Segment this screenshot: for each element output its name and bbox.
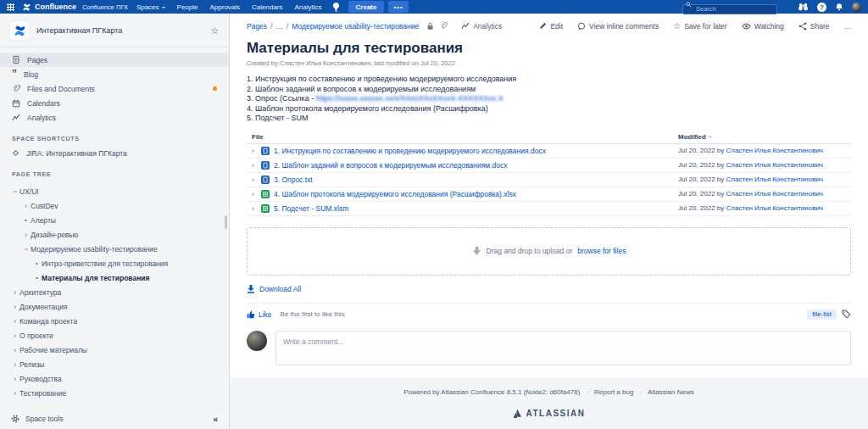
create-button[interactable]: Create — [348, 1, 385, 13]
page-tree-item-о-проекте[interactable]: ›О проекте — [0, 328, 229, 343]
sidebar-item-pages[interactable]: Pages — [0, 53, 229, 67]
like-button[interactable]: Like — [247, 310, 272, 319]
chevron-expanded-icon[interactable]: › — [11, 187, 19, 196]
topnav-item-analytics[interactable]: Analytics — [295, 3, 322, 11]
collapse-sidebar-button[interactable]: « — [213, 415, 218, 424]
expand-row-icon[interactable]: › — [252, 161, 260, 170]
attachments-paperclip-icon[interactable] — [440, 22, 448, 31]
favourite-star-icon[interactable]: ☆ — [210, 25, 219, 36]
app-switcher-icon[interactable] — [7, 3, 14, 11]
notifications-bell-icon[interactable] — [835, 3, 843, 12]
page-tree-item-ux-ui[interactable]: ›UX/UI — [0, 184, 229, 198]
chevron-expanded-icon[interactable]: › — [22, 244, 31, 254]
file-link[interactable]: 3. Опрос.txt — [274, 176, 678, 184]
upload-dropzone[interactable]: Drag and drop to upload or browse for fi… — [247, 227, 851, 276]
page-analytics-button[interactable]: Analytics — [461, 22, 502, 31]
jira-icon — [12, 149, 19, 157]
view-inline-comments-button[interactable]: View inline comments — [577, 22, 659, 31]
page-tree-item-материалы-для-тестирования[interactable]: •Материалы для тестирования — [0, 270, 229, 285]
page-tree-item-алерты[interactable]: •Алерты — [0, 213, 229, 227]
file-link[interactable]: 4. Шаблон протокола модерируемого исслед… — [274, 190, 678, 198]
expand-row-icon[interactable]: › — [252, 147, 260, 155]
search-input[interactable] — [682, 4, 777, 14]
search-icon — [686, 2, 692, 8]
topnav-more-button[interactable]: ••• — [388, 1, 408, 13]
comment-input[interactable] — [275, 331, 851, 365]
redacted-link[interactable]: https://xxxxx.xxxxxx.xx/x/XXxxXXxXXxxX-X… — [316, 94, 504, 103]
space-shortcut-jira[interactable]: JIRA: Интерактивная ПГКарта — [0, 146, 229, 160]
chevron-collapsed-icon[interactable]: › — [21, 202, 31, 210]
column-header-modified[interactable]: Modified › — [678, 133, 846, 141]
page-tree-item-интро-приветствие-для-тестирования[interactable]: •Интро-приветствие для тестирования — [0, 256, 229, 270]
expand-row-icon[interactable]: › — [252, 176, 260, 184]
page-tree-item-тестирование[interactable]: ›Тестирование — [0, 386, 229, 400]
browse-files-link[interactable]: browse for files — [577, 247, 626, 255]
file-link[interactable]: 5. Подсчет - SUM.xlsm — [274, 204, 678, 213]
breadcrumb-link-2[interactable]: … — [275, 22, 283, 31]
download-all-link[interactable]: Download All — [247, 285, 301, 293]
modified-author-link[interactable]: Сластен Илья Константинович — [726, 161, 823, 169]
sidebar-item-label: Files and Documents — [27, 85, 95, 93]
share-button[interactable]: Share — [798, 22, 830, 31]
modified-author-link[interactable]: Сластен Илья Константинович — [726, 204, 823, 212]
sidebar-item-analytics[interactable]: Analytics — [0, 110, 229, 125]
label-file-list[interactable]: file-list — [807, 309, 837, 320]
page-tree-item-релизы[interactable]: ›Релизы — [0, 357, 229, 371]
breadcrumb-link-1[interactable]: Pages — [247, 22, 267, 31]
watching-button[interactable]: Watching — [742, 22, 784, 31]
topnav-item-spaces[interactable]: Spaces — [136, 3, 165, 11]
sidebar-item-calendars[interactable]: Calendars — [0, 96, 229, 110]
edit-button[interactable]: Edit — [539, 22, 563, 31]
tag-icon[interactable] — [842, 309, 851, 319]
content-list: 1. Инструкция по составлению и проведени… — [247, 75, 851, 124]
chevron-collapsed-icon[interactable]: › — [10, 389, 19, 398]
topnav-item-calendars[interactable]: Calendars — [252, 3, 282, 11]
file-link[interactable]: 1. Инструкция по составлению и проведени… — [274, 147, 678, 155]
chevron-collapsed-icon[interactable]: › — [10, 288, 19, 297]
page-tree-item-custdev[interactable]: ›CustDev — [0, 198, 229, 213]
page-tree-item-модерируемое-usability-тестирование[interactable]: ›Модерируемое usability-тестирование — [0, 242, 229, 256]
confluence-logo[interactable]: Confluence — [22, 3, 76, 12]
chevron-collapsed-icon[interactable]: › — [21, 231, 31, 239]
help-icon[interactable]: ? — [817, 3, 826, 12]
report-bug-link[interactable]: Report a bug — [594, 388, 633, 396]
page-tree-item-архитектура[interactable]: ›Архитектура — [0, 285, 229, 299]
chevron-collapsed-icon[interactable]: › — [10, 375, 19, 383]
chevron-collapsed-icon[interactable]: › — [10, 317, 19, 326]
page-tree-item-команда-проекта[interactable]: ›Команда проекта — [0, 314, 229, 328]
space-name[interactable]: Интерактивная ПГКарта — [36, 26, 203, 35]
page-tree-item-дизайн-ревью[interactable]: ›Дизайн-ревью — [0, 227, 229, 242]
more-button[interactable]: … — [844, 22, 852, 31]
chevron-collapsed-icon[interactable]: › — [10, 360, 19, 369]
modified-author-link[interactable]: Сластен Илья Константинович — [726, 176, 823, 183]
space-tools-button[interactable]: Space tools — [25, 415, 63, 423]
lightbulb-icon[interactable] — [332, 3, 340, 12]
page-tree-item-рабочие-материалы[interactable]: ›Рабочие материалы — [0, 343, 229, 357]
file-link[interactable]: 2. Шаблон заданий и вопросов к модерируе… — [274, 161, 678, 170]
modified-author-link[interactable]: Сластен Илья Константинович — [726, 190, 823, 198]
excel-file-icon — [261, 190, 270, 198]
atlassian-news-link[interactable]: Atlassian News — [648, 388, 694, 396]
space-logo[interactable] — [10, 21, 29, 40]
user-avatar[interactable] — [852, 3, 861, 12]
page-tree-item-руководства[interactable]: ›Руководства — [0, 371, 229, 386]
sidebar-scrollbar-thumb[interactable] — [225, 215, 227, 229]
binoculars-icon[interactable] — [798, 3, 809, 11]
save-for-later-button[interactable]: ☆Save for later — [673, 22, 727, 31]
modified-author-link[interactable]: Сластен Илья Константинович — [726, 147, 823, 154]
expand-row-icon[interactable]: › — [252, 204, 260, 213]
breadcrumb-indicators — [426, 22, 448, 31]
sidebar-item-blog[interactable]: ”Blog — [0, 67, 229, 81]
breadcrumb-link-3[interactable]: Модерируемое usability-тестирование — [292, 22, 419, 31]
topnav-item-people[interactable]: People — [177, 3, 198, 11]
chevron-collapsed-icon[interactable]: › — [10, 332, 19, 340]
column-header-file[interactable]: File — [252, 133, 678, 141]
page-tree-item-документация[interactable]: ›Документация — [0, 299, 229, 314]
expand-row-icon[interactable]: › — [252, 190, 260, 198]
topnav-item-approvals[interactable]: Approvals — [209, 3, 240, 11]
chevron-collapsed-icon[interactable]: › — [10, 346, 19, 354]
analytics-icon — [461, 22, 470, 30]
sidebar-item-files-and-documents[interactable]: Files and Documents — [0, 81, 229, 96]
chevron-collapsed-icon[interactable]: › — [10, 303, 19, 311]
restrictions-lock-icon[interactable] — [426, 22, 434, 31]
